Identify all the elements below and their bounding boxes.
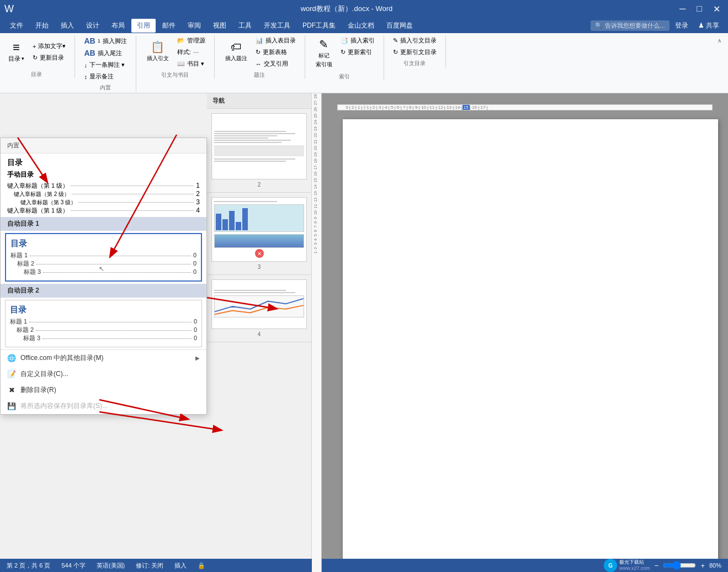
- zoom-slider[interactable]: [663, 561, 696, 570]
- toc-button[interactable]: ≡ 目录 ▾: [4, 35, 28, 68]
- footnote-label: 插入脚注: [103, 37, 127, 45]
- citation-index-label: 插入引文目录: [400, 36, 437, 45]
- auto-toc-1-section[interactable]: 自动目录 1: [1, 217, 206, 231]
- update-table-button[interactable]: ↻ 更新表格: [253, 47, 298, 57]
- insert-endnote-button[interactable]: AB 插入尾注: [82, 47, 129, 59]
- share-button[interactable]: ♟ 共享: [694, 20, 724, 31]
- other-toc-menu-item[interactable]: 🌐 Office.com 中的其他目录(M) ▶: [1, 350, 206, 366]
- update-index-button[interactable]: ↻ 更新索引: [338, 47, 377, 57]
- toc-dropdown: 内置 目录 手动目录 键入章标题（第 1 级） 1 键入章标题（第 2 级） 2…: [0, 137, 207, 415]
- toc-icon: ≡: [13, 41, 20, 54]
- ruler-v-8: 8·: [313, 220, 317, 224]
- menu-tools[interactable]: 工具: [233, 19, 257, 33]
- entry-4-page: 4: [196, 206, 200, 214]
- next-footnote-icon: ↓: [84, 62, 87, 68]
- menu-wps[interactable]: 金山文档: [342, 19, 380, 33]
- watermark-line2: www.x27.com: [619, 565, 650, 571]
- menu-view[interactable]: 视图: [208, 19, 232, 33]
- close-button[interactable]: ✕: [710, 3, 724, 15]
- minimize-button[interactable]: ─: [676, 3, 689, 15]
- next-footnote-button[interactable]: ↓ 下一条脚注 ▾: [82, 60, 129, 70]
- insert-table-caption-button[interactable]: 📊 插入表目录: [253, 35, 298, 46]
- menu-design[interactable]: 设计: [81, 19, 105, 33]
- update-toc-button[interactable]: ↻ 更新目录: [30, 52, 68, 63]
- ruler-v-16: 16·: [313, 171, 317, 176]
- insert-caption-button[interactable]: 🏷 插入题注: [221, 35, 251, 67]
- menu-review[interactable]: 审阅: [182, 19, 206, 33]
- cross-reference-button[interactable]: ↔ 交叉引用: [253, 59, 298, 69]
- delete-toc-menu-item[interactable]: ✖ 删除目录(R): [1, 382, 206, 398]
- nav-page-2[interactable]: 2: [207, 109, 311, 193]
- insert-citation-button[interactable]: 📋 插入引文: [143, 35, 173, 67]
- ruler-v-13: 13·: [313, 190, 317, 195]
- auto-toc-2-preview[interactable]: 目录 标题 1 0 标题 2 0 标题 3 0: [5, 300, 202, 347]
- ruler-v-25: 25·: [313, 113, 317, 118]
- status-language: 英语(美国): [97, 562, 125, 570]
- maximize-button[interactable]: □: [693, 3, 705, 15]
- a2e2-dots: [36, 330, 192, 331]
- ruler-v-3: 3·: [313, 242, 317, 245]
- ribbon-footnotes-row: AB 1 插入脚注 AB 插入尾注 ↓ 下一条脚注 ▾ ↕ 显示备注: [82, 35, 129, 82]
- delete-toc-icon: ✖: [7, 386, 16, 395]
- menu-pdf[interactable]: PDF工具集: [297, 19, 341, 33]
- entry-3-label: 键入章标题（第 3 级）: [20, 199, 76, 206]
- menu-developer[interactable]: 开发工具: [258, 19, 296, 33]
- index-entry-label: 索引项: [316, 61, 332, 68]
- search-placeholder: 告诉我您想要做什么...: [605, 22, 665, 30]
- bibliography-icon: 📖: [177, 60, 185, 67]
- mark-entry-icon: ✎: [319, 38, 328, 51]
- entry-1-label: 键入章标题（第 1 级）: [7, 182, 68, 190]
- style-label: 样式:: [177, 48, 191, 56]
- ruler-v-11: 11·: [313, 203, 317, 209]
- zoom-out-button[interactable]: −: [655, 562, 659, 570]
- ribbon-group-footnotes: AB 1 插入脚注 AB 插入尾注 ↓ 下一条脚注 ▾ ↕ 显示备注 内置: [82, 35, 136, 92]
- show-notes-button[interactable]: ↕ 显示备注: [82, 71, 129, 82]
- update-citation-label: 更新引文目录: [400, 48, 437, 56]
- mark-entry-button[interactable]: ✎ 标记 索引项: [312, 35, 336, 71]
- insert-citation-index-button[interactable]: ✎ 插入引文目录: [391, 35, 439, 46]
- bibliography-button[interactable]: 📖 书目 ▾: [175, 59, 208, 69]
- status-bar: 第 2 页，共 6 页 544 个字 英语(美国) 修订: 关闭 插入 🔒 G …: [0, 559, 728, 572]
- insert-footnote-button[interactable]: AB 1 插入脚注: [82, 35, 129, 46]
- document-page-1: 1 / 6: [343, 119, 718, 572]
- ruler-v-24: 24·: [313, 119, 317, 125]
- auto2-entry-1: 标题 1 0: [10, 317, 197, 326]
- a1e2-dots: [36, 264, 191, 264]
- menu-mailings[interactable]: 邮件: [157, 19, 181, 33]
- a1e2-label: 标题 2: [17, 259, 34, 268]
- nav-page-4[interactable]: 4: [207, 275, 311, 342]
- a1e2-page: 0: [193, 260, 196, 267]
- menu-home[interactable]: 开始: [30, 19, 54, 33]
- update-table-icon: ↻: [256, 49, 261, 56]
- menu-layout[interactable]: 布局: [106, 19, 130, 33]
- menu-file[interactable]: 文件: [4, 19, 29, 33]
- style-button[interactable]: 样式:: [175, 47, 208, 57]
- menu-references[interactable]: 引用: [131, 19, 156, 33]
- footnote-btns: AB 1 插入脚注 AB 插入尾注 ↓ 下一条脚注 ▾ ↕ 显示备注: [82, 35, 129, 82]
- watermark-circle: G: [604, 559, 617, 572]
- add-text-button[interactable]: + 添加文字▾: [30, 41, 68, 51]
- insert-index-button[interactable]: 📑 插入索引: [338, 35, 377, 46]
- auto-toc-2-section[interactable]: 自动目录 2: [1, 284, 206, 298]
- custom-toc-menu-item[interactable]: 📝 自定义目录(C)...: [1, 366, 206, 382]
- menu-search-box[interactable]: 🔍 告诉我您想要做什么...: [591, 20, 669, 31]
- a2e1-dots: [29, 322, 192, 322]
- update-citation-index-button[interactable]: ↻ 更新引文目录: [391, 47, 439, 57]
- manage-sources-button[interactable]: 📂 管理源: [175, 35, 208, 46]
- entry-3-page: 3: [196, 198, 200, 206]
- nav-page-3[interactable]: ✕ 3: [207, 193, 311, 275]
- nav-page-3-num: 3: [211, 264, 307, 270]
- caption-sub-btns: 📊 插入表目录 ↻ 更新表格 ↔ 交叉引用: [253, 35, 298, 69]
- auto-toc-1-preview[interactable]: 目录 标题 1 0 标题 2 0 标题 3 0 ↖: [5, 233, 202, 282]
- citation-sub-btns: 📂 管理源 样式: 📖 书目 ▾: [175, 35, 208, 69]
- ribbon-collapse-button[interactable]: ∧: [715, 35, 724, 46]
- menu-insert[interactable]: 插入: [55, 19, 79, 33]
- login-button[interactable]: 登录: [671, 20, 693, 31]
- update-index-label: 更新索引: [348, 48, 372, 56]
- menu-baidu[interactable]: 百度网盘: [381, 19, 418, 33]
- auto-toc-1-preview-title: 目录: [10, 239, 196, 249]
- dots-3: [78, 202, 194, 203]
- show-notes-label: 显示备注: [89, 72, 114, 81]
- zoom-in-button[interactable]: +: [700, 562, 705, 570]
- style-value[interactable]: [193, 52, 199, 53]
